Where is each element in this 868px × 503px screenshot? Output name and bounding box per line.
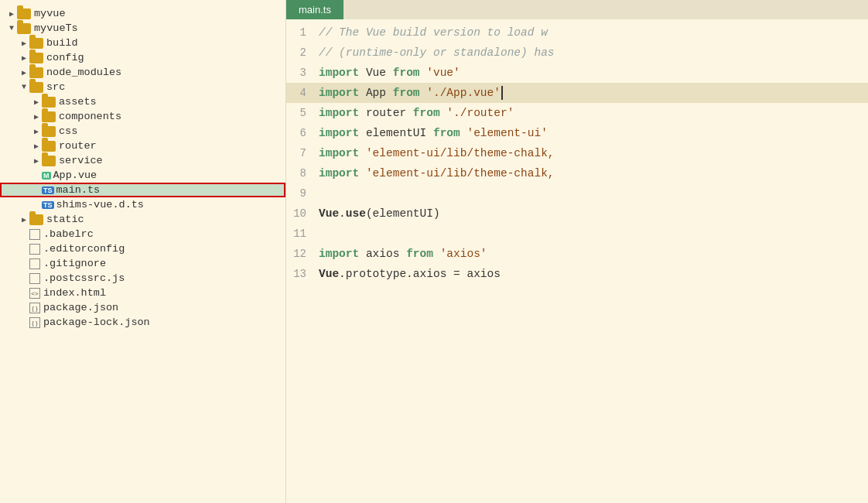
code-line-12: 12 import axios from 'axios': [286, 244, 868, 264]
sidebar-item-babelrc[interactable]: ▶ .babelrc: [0, 227, 285, 241]
sidebar-item-assets[interactable]: ▶ assets: [0, 94, 285, 109]
sidebar-item-label: build: [46, 37, 78, 49]
folder-icon: [42, 111, 56, 122]
arrow-icon: ▶: [19, 215, 29, 224]
line-number: 7: [286, 143, 319, 163]
sidebar-item-label: config: [46, 52, 84, 63]
folder-icon: [29, 67, 43, 78]
sidebar-item-static[interactable]: ▶ static: [0, 212, 285, 227]
folder-icon: [42, 141, 56, 152]
sidebar-item-index-html[interactable]: ▶ <> index.html: [0, 286, 285, 300]
sidebar-item-src[interactable]: ▼ src: [0, 80, 285, 94]
sidebar-item-label: myvue: [34, 8, 66, 19]
sidebar-item-build[interactable]: ▶ build: [0, 36, 285, 50]
code-content: import router from './router': [319, 103, 868, 123]
sidebar-item-label: .babelrc: [43, 228, 94, 240]
line-number: 1: [286, 22, 319, 43]
arrow-icon: ▼: [6, 24, 17, 33]
code-line-2: 2 // (runtime-only or standalone) has: [286, 43, 868, 63]
sidebar-item-label: package-lock.json: [43, 317, 150, 328]
folder-icon: [29, 38, 43, 49]
sidebar-item-shims-vue[interactable]: ▶ TS shims-vue.d.ts: [0, 197, 285, 212]
code-line-3: 3 import Vue from 'vue': [286, 63, 868, 83]
arrow-icon: ▶: [31, 112, 42, 121]
sidebar-item-label: shims-vue.d.ts: [56, 199, 144, 210]
folder-icon: [42, 126, 56, 137]
folder-icon: [17, 23, 31, 34]
sidebar-item-config[interactable]: ▶ config: [0, 50, 285, 65]
line-number: 12: [286, 244, 319, 264]
file-icon: { }: [29, 303, 40, 313]
folder-icon: [42, 97, 56, 108]
sidebar-item-label: router: [59, 140, 97, 152]
arrow-icon: ▶: [31, 98, 42, 107]
folder-icon: [29, 214, 43, 225]
code-content: import App from './App.vue': [319, 83, 868, 103]
sidebar-item-myvuets[interactable]: ▼ myvueTs: [0, 21, 285, 36]
arrow-icon: ▶: [6, 9, 17, 19]
arrow-icon: ▶: [19, 53, 29, 63]
code-line-13: 13 Vue.prototype.axios = axios: [286, 264, 868, 284]
sidebar-item-label: App.vue: [53, 169, 97, 181]
file-icon: [29, 258, 40, 269]
code-line-10: 10 Vue.use(elementUI): [286, 204, 868, 224]
code-content: import 'element-ui/lib/theme-chalk,: [319, 143, 868, 163]
sidebar-item-myvue[interactable]: ▶ myvue: [0, 6, 285, 21]
line-number: 6: [286, 123, 319, 143]
sidebar-item-editorconfig[interactable]: ▶ .editorconfig: [0, 241, 285, 256]
sidebar-item-package-lock-json[interactable]: ▶ { } package-lock.json: [0, 315, 285, 330]
code-line-9: 9: [286, 183, 868, 204]
file-icon: <>: [29, 288, 40, 299]
sidebar-item-package-json[interactable]: ▶ { } package.json: [0, 300, 285, 315]
arrow-icon: ▶: [31, 127, 42, 136]
ts-file-icon: TS: [42, 201, 54, 209]
code-line-11: 11: [286, 224, 868, 244]
line-number: 3: [286, 63, 319, 83]
file-tree[interactable]: ▶ myvue ▼ myvueTs ▶ build ▶ config ▶ nod…: [0, 0, 286, 503]
code-content: import 'element-ui/lib/theme-chalk,: [319, 163, 868, 183]
folder-icon: [42, 156, 56, 166]
file-icon: { }: [29, 317, 40, 328]
code-content: // (runtime-only or standalone) has: [319, 43, 868, 63]
file-icon: [29, 273, 40, 284]
sidebar-item-gitignore[interactable]: ▶ .gitignore: [0, 256, 285, 271]
code-content: Vue.use(elementUI): [319, 204, 868, 224]
editor-tab-main-ts[interactable]: main.ts: [286, 0, 343, 19]
code-editor: main.ts 1 // The Vue build version to lo…: [286, 0, 868, 503]
editor-tab-bar: main.ts: [286, 0, 868, 19]
arrow-icon: ▼: [19, 83, 29, 91]
sidebar-item-label: components: [59, 111, 121, 122]
line-number: 13: [286, 264, 319, 284]
folder-icon: [29, 53, 43, 63]
code-area[interactable]: 1 // The Vue build version to load w 2 /…: [286, 19, 868, 503]
sidebar-item-components[interactable]: ▶ components: [0, 109, 285, 124]
code-line-6: 6 import elementUI from 'element-ui': [286, 123, 868, 143]
sidebar-item-label: .postcssrc.js: [43, 272, 125, 284]
sidebar-item-label: service: [59, 155, 103, 166]
sidebar-item-app-vue[interactable]: ▶ M App.vue: [0, 168, 285, 183]
sidebar-item-router[interactable]: ▶ router: [0, 139, 285, 153]
arrow-icon: ▶: [31, 156, 42, 166]
sidebar-item-label: assets: [59, 96, 97, 108]
sidebar-item-main-ts[interactable]: ▶ TS main.ts: [0, 183, 285, 197]
code-content: // The Vue build version to load w: [319, 22, 868, 43]
sidebar-item-label: node_modules: [46, 67, 121, 78]
sidebar-item-label: src: [46, 81, 65, 93]
code-content: import Vue from 'vue': [319, 63, 868, 83]
line-number: 8: [286, 163, 319, 183]
sidebar-item-label: myvueTs: [34, 22, 78, 34]
code-content: import elementUI from 'element-ui': [319, 123, 868, 143]
line-number: 5: [286, 103, 319, 123]
code-content: import axios from 'axios': [319, 244, 868, 264]
ts-file-icon: TS: [42, 186, 54, 194]
sidebar-item-service[interactable]: ▶ service: [0, 153, 285, 168]
sidebar-item-label: main.ts: [56, 184, 101, 196]
folder-icon: [17, 9, 31, 19]
sidebar-item-postcssrc[interactable]: ▶ .postcssrc.js: [0, 271, 285, 286]
code-line-7: 7 import 'element-ui/lib/theme-chalk,: [286, 143, 868, 163]
line-number: 10: [286, 204, 319, 224]
sidebar-item-label: index.html: [43, 287, 106, 299]
code-content: Vue.prototype.axios = axios: [319, 264, 868, 284]
sidebar-item-node-modules[interactable]: ▶ node_modules: [0, 65, 285, 80]
sidebar-item-css[interactable]: ▶ css: [0, 124, 285, 139]
